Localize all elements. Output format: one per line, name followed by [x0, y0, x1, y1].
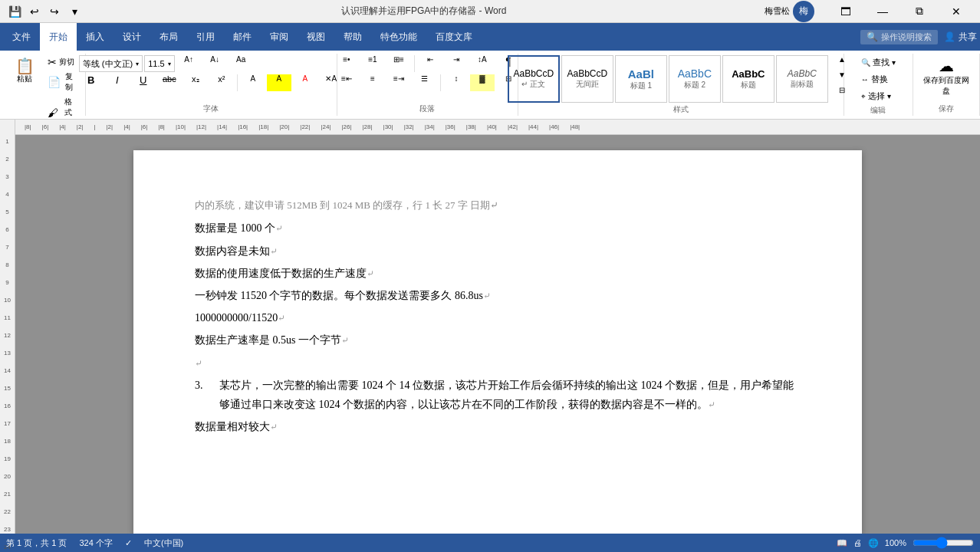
- replace-button[interactable]: ↔ 替换: [858, 72, 891, 87]
- list-row: ≡• ≡1 ⊞≡ ⇤ ⇥ ↕A ¶: [334, 55, 521, 72]
- style-heading1[interactable]: AaBl 标题 1: [615, 55, 667, 103]
- tab-review[interactable]: 审阅: [261, 23, 298, 51]
- justify-btn[interactable]: ☰: [413, 74, 437, 91]
- view-mode-read[interactable]: 📖: [837, 538, 847, 548]
- doc-line-intro: 内的系统，建议申请 512MB 到 1024 MB 的缓存，行 1 长 27 字…: [195, 196, 801, 214]
- view-mode-print[interactable]: 🖨: [853, 538, 862, 547]
- status-right: 📖 🖨 🌐 100%: [837, 537, 974, 549]
- cut-button[interactable]: ✂ 剪切: [44, 55, 79, 69]
- bold-button[interactable]: B: [79, 74, 104, 91]
- highlight-btn[interactable]: A: [267, 74, 291, 91]
- copy-icon: 📄: [48, 77, 61, 87]
- shading-btn[interactable]: ▓: [470, 74, 495, 91]
- document-area: 123 456 789 101112 131415 161718 192021 …: [0, 135, 980, 534]
- font-size-selector[interactable]: 11.5 ▾: [144, 55, 175, 72]
- tab-file[interactable]: 文件: [3, 23, 40, 51]
- menu-bar-right: 🔍 操作说明搜索 👤 共享: [860, 30, 977, 44]
- paste-icon: 📋: [15, 58, 35, 74]
- sort-btn[interactable]: ↕A: [470, 55, 495, 72]
- increase-font-btn[interactable]: A↑: [176, 55, 201, 72]
- select-arrow: ▾: [887, 92, 891, 100]
- multilevel-list-btn[interactable]: ⊞≡: [386, 55, 411, 72]
- increase-indent-btn[interactable]: ⇥: [444, 55, 469, 72]
- change-case-btn[interactable]: Aa: [229, 55, 253, 72]
- replace-icon: ↔: [861, 75, 869, 84]
- document-scroll-area[interactable]: 内的系统，建议申请 512MB 到 1024 MB 的缓存，行 1 长 27 字…: [15, 135, 980, 534]
- style-subtitle[interactable]: AaBbC 副标题: [776, 55, 828, 103]
- save-cloud-icon: ☁: [939, 57, 954, 75]
- align-center-btn[interactable]: ≡: [360, 74, 385, 91]
- redo-quick-btn[interactable]: ↪: [46, 3, 63, 20]
- save-controls: ☁ 保存到百度网盘: [919, 55, 973, 102]
- save-quick-btn[interactable]: 💾: [6, 3, 23, 20]
- ribbon-tabs: 文件 开始 插入 设计 布局 引用 邮件 审阅 视图 帮助 特色功能 百度文库 …: [0, 23, 980, 51]
- paragraph-controls: ≡• ≡1 ⊞≡ ⇤ ⇥ ↕A ¶ ≡⇤ ≡ ≡⇥ ☰ ↕ ▓ ⊞: [334, 55, 521, 102]
- status-bar: 第 1 页，共 1 页 324 个字 ✓ 中文(中国) 📖 🖨 🌐 100%: [0, 534, 980, 552]
- find-button[interactable]: 🔍 查找 ▾: [858, 55, 899, 70]
- horizontal-ruler: |8| |6| |4| |2| | |2| |4| |6| |8| |10| |…: [15, 120, 980, 135]
- tab-view[interactable]: 视图: [298, 23, 334, 51]
- find-icon: 🔍: [861, 58, 870, 67]
- font-size-arrow: ▾: [168, 61, 171, 67]
- save-group: ☁ 保存到百度网盘 保存: [913, 54, 980, 116]
- share-button[interactable]: 👤 共享: [944, 31, 977, 44]
- strikethrough-button[interactable]: abc: [157, 74, 182, 91]
- doc-line-5: 1000000000/11520⤶: [195, 308, 801, 327]
- underline-button[interactable]: U: [131, 74, 156, 91]
- save-cloud-button[interactable]: ☁ 保存到百度网盘: [919, 55, 973, 98]
- tab-layout[interactable]: 布局: [150, 23, 187, 51]
- tab-references[interactable]: 引用: [187, 23, 224, 51]
- restore-btn[interactable]: ⧉: [902, 0, 937, 23]
- font-color-btn[interactable]: A: [293, 74, 317, 91]
- vertical-ruler: 123 456 789 101112 131415 161718 192021 …: [0, 135, 15, 534]
- tab-design[interactable]: 设计: [113, 23, 150, 51]
- spell-check-btn[interactable]: ✓: [125, 538, 132, 548]
- minimize-btn[interactable]: —: [865, 0, 900, 23]
- text-effects-btn[interactable]: A: [241, 74, 265, 91]
- zoom-slider[interactable]: [913, 537, 974, 549]
- style-normal[interactable]: AaBbCcD ↵ 正文: [508, 55, 560, 103]
- style-no-spacing[interactable]: AaBbCcD 无间距: [561, 55, 613, 103]
- subscript-button[interactable]: x₂: [183, 74, 208, 91]
- line-spacing-btn[interactable]: ↕: [444, 74, 469, 91]
- list-content-3: 某芯片，一次完整的输出需要 1024 个 14 位数据，该芯片开始工作后会循环持…: [219, 376, 801, 414]
- doc-blank-1: ⤶: [195, 353, 801, 373]
- font-name-selector[interactable]: 等线 (中文正) ▾: [79, 55, 143, 72]
- undo-quick-btn[interactable]: ↩: [26, 3, 43, 20]
- style-heading2[interactable]: AaBbC 标题 2: [669, 55, 721, 103]
- font-group: 等线 (中文正) ▾ 11.5 ▾ A↑ A↓ Aa B I U abc x₂ …: [86, 54, 337, 116]
- select-button[interactable]: ⌖ 选择 ▾: [858, 89, 894, 104]
- editing-controls: 🔍 查找 ▾ ↔ 替换 ⌖ 选择 ▾: [858, 55, 899, 104]
- cut-icon: ✂: [48, 57, 57, 67]
- bullet-list-btn[interactable]: ≡•: [334, 55, 359, 72]
- customize-quick-btn[interactable]: ▾: [66, 3, 83, 20]
- superscript-button[interactable]: x²: [209, 74, 234, 91]
- page-info: 第 1 页，共 1 页: [6, 537, 67, 549]
- window-controls: 梅雪松 梅 🗖 — ⧉ ✕: [765, 0, 974, 23]
- copy-button[interactable]: 📄 复制: [44, 70, 79, 94]
- numbered-list-btn[interactable]: ≡1: [360, 55, 385, 72]
- tab-baidu[interactable]: 百度文库: [426, 23, 482, 51]
- decrease-indent-btn[interactable]: ⇤: [418, 55, 442, 72]
- tab-help[interactable]: 帮助: [334, 23, 371, 51]
- paragraph-group: ≡• ≡1 ⊞≡ ⇤ ⇥ ↕A ¶ ≡⇤ ≡ ≡⇥ ☰ ↕ ▓ ⊞ 段落: [337, 54, 518, 116]
- align-right-btn[interactable]: ≡⇥: [386, 74, 411, 91]
- tab-home[interactable]: 开始: [40, 23, 77, 51]
- user-avatar[interactable]: 梅: [793, 1, 814, 22]
- close-btn[interactable]: ✕: [939, 0, 974, 23]
- clipboard-group: 📋 粘贴 ✂ 剪切 📄 复制 🖌 格式刷: [0, 54, 86, 116]
- tab-mailings[interactable]: 邮件: [224, 23, 261, 51]
- style-title[interactable]: AaBbC 标题: [722, 55, 774, 103]
- tab-insert[interactable]: 插入: [77, 23, 113, 51]
- view-mode-web[interactable]: 🌐: [868, 538, 879, 548]
- search-box[interactable]: 🔍 操作说明搜索: [860, 30, 938, 44]
- quick-access-toolbar: 💾 ↩ ↪ ▾: [6, 3, 83, 20]
- font-name-row: 等线 (中文正) ▾ 11.5 ▾ A↑ A↓ Aa: [79, 55, 253, 72]
- layout-btn[interactable]: 🗖: [828, 0, 863, 23]
- decrease-font-btn[interactable]: A↓: [202, 55, 227, 72]
- tab-features[interactable]: 特色功能: [371, 23, 426, 51]
- document-page[interactable]: 内的系统，建议申请 512MB 到 1024 MB 的缓存，行 1 长 27 字…: [133, 150, 862, 534]
- doc-line-6: 数据生产速率是 0.5us 一个字节⤶: [195, 330, 801, 350]
- align-left-btn[interactable]: ≡⇤: [334, 74, 359, 91]
- italic-button[interactable]: I: [105, 74, 130, 91]
